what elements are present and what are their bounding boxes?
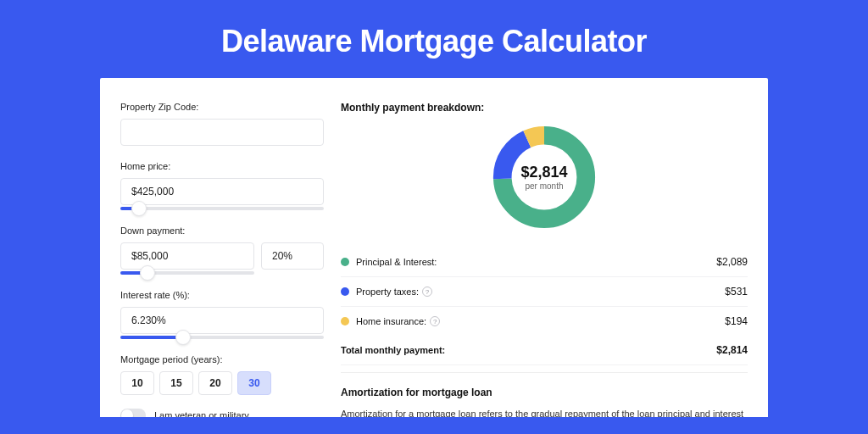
legend-dot [341,317,349,326]
inputs-column: Property Zip Code: Home price: Down paym… [120,102,324,417]
breakdown-label: Home insurance:? [356,316,725,326]
breakdown-row: Home insurance:?$194 [341,307,748,336]
zip-input[interactable] [120,119,324,146]
interest-rate-label: Interest rate (%): [120,290,324,300]
breakdown-column: Monthly payment breakdown: $2,814 per mo… [341,102,748,417]
breakdown-value: $194 [725,315,748,327]
home-price-input[interactable] [120,178,324,205]
donut-chart-wrap: $2,814 per month [341,122,748,232]
amortization-text: Amortization for a mortgage loan refers … [341,407,748,417]
donut-center: $2,814 per month [520,164,567,191]
page-title: Delaware Mortgage Calculator [0,0,868,78]
total-label: Total monthly payment: [341,345,716,355]
mortgage-period-label: Mortgage period (years): [120,354,324,364]
breakdown-row: Principal & Interest:$2,089 [341,248,748,277]
info-icon[interactable]: ? [430,316,440,326]
breakdown-title: Monthly payment breakdown: [341,102,748,114]
legend-dot [341,258,349,266]
calculator-card: Property Zip Code: Home price: Down paym… [100,78,768,417]
veteran-toggle[interactable] [120,409,146,417]
down-payment-amount-input[interactable] [120,242,254,270]
period-button-10[interactable]: 10 [120,371,154,395]
mortgage-period-field-block: Mortgage period (years): 10152030 [120,354,324,395]
slider-thumb[interactable] [175,330,191,345]
period-button-15[interactable]: 15 [159,371,193,395]
breakdown-value: $531 [725,286,748,298]
breakdown-label: Property taxes:? [356,287,725,297]
total-row: Total monthly payment: $2,814 [341,336,748,365]
toggle-knob [121,409,133,417]
home-price-label: Home price: [120,161,324,171]
down-payment-field-block: Down payment: [120,225,324,275]
interest-rate-input[interactable] [120,307,324,334]
down-payment-slider[interactable] [120,271,254,275]
down-payment-percent-input[interactable] [261,242,324,270]
donut-amount: $2,814 [520,164,567,181]
slider-thumb[interactable] [140,265,155,281]
zip-label: Property Zip Code: [120,102,324,112]
info-icon[interactable]: ? [422,287,432,297]
amortization-section: Amortization for mortgage loan Amortizat… [341,372,748,417]
donut-chart: $2,814 per month [489,122,599,232]
zip-field-block: Property Zip Code: [120,102,324,146]
period-button-20[interactable]: 20 [198,371,232,395]
down-payment-label: Down payment: [120,225,324,236]
breakdown-row: Property taxes:?$531 [341,277,748,307]
legend-dot [341,287,349,296]
slider-thumb[interactable] [131,201,147,216]
home-price-field-block: Home price: [120,161,324,210]
interest-rate-slider[interactable] [120,336,324,339]
period-button-30[interactable]: 30 [237,371,271,395]
mortgage-period-options: 10152030 [120,371,324,395]
interest-rate-field-block: Interest rate (%): [120,290,324,339]
amortization-title: Amortization for mortgage loan [341,387,748,398]
breakdown-label: Principal & Interest: [356,257,716,267]
breakdown-value: $2,089 [716,256,748,268]
veteran-toggle-row: I am veteran or military [120,409,324,417]
home-price-slider[interactable] [120,207,324,210]
donut-sub: per month [520,181,567,191]
veteran-toggle-label: I am veteran or military [154,410,249,417]
total-value: $2,814 [716,344,748,356]
